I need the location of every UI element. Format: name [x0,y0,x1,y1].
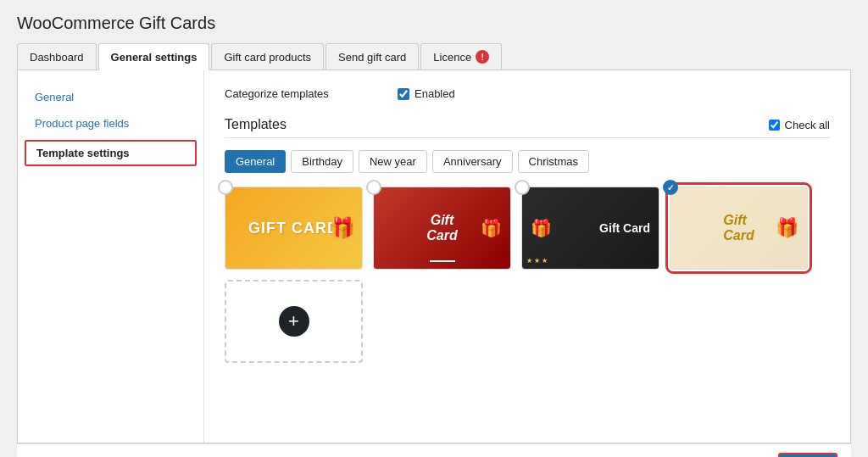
card-3-label: Gift Card [599,221,650,235]
card-2-label-2: Card [426,228,457,243]
templates-grid: GIFT CARD 🎁 Gift Card 🎁 [225,187,830,363]
template-card-wrap-3: 🎁 Gift Card ★ ★ ★ [521,187,659,270]
radio-dot-4[interactable] [663,180,678,195]
templates-section-title: Templates [225,117,287,132]
categorize-templates-row: Categorize templates Enabled [225,87,830,100]
tab-general-settings[interactable]: General settings [98,43,210,70]
add-template-button[interactable]: + [225,280,363,363]
tab-send-gift-card[interactable]: Send gift card [326,43,419,70]
tab-licence[interactable]: Licence ! [420,43,502,70]
save-button[interactable]: Save [778,453,837,457]
template-card-add-wrap: + [225,280,363,363]
card-4-label: GiftCard [723,213,754,243]
template-card-4[interactable]: GiftCard 🎁 [670,187,808,270]
main-panel: Categorize templates Enabled Templates C… [204,70,850,443]
card-2-label: Gift [431,213,454,228]
filter-general[interactable]: General [225,150,286,173]
sidebar-item-template-settings[interactable]: Template settings [25,140,197,166]
licence-badge: ! [476,50,489,64]
categorize-templates-checkbox-group: Enabled [398,87,455,100]
radio-dot-1[interactable] [218,180,233,195]
tab-dashboard[interactable]: Dashboard [17,43,97,70]
content-area: General Product page fields Template set… [17,70,851,443]
card-3-gift-icon: 🎁 [531,218,552,238]
categorize-templates-checkbox[interactable] [398,88,409,100]
tab-navigation: Dashboard General settings Gift card pro… [17,43,851,70]
radio-dot-3[interactable] [515,180,530,195]
card-2-gift-icon: 🎁 [481,218,502,238]
card-4-gift-icon: 🎁 [776,217,798,239]
templates-section-header: Templates Check all [225,117,830,138]
categorize-templates-label: Categorize templates [225,87,377,100]
card-1-gift-icon: 🎁 [330,216,355,240]
sidebar-item-general[interactable]: General [18,84,203,110]
filter-new-year[interactable]: New year [359,150,427,173]
check-all-group: Check all [769,119,830,131]
filter-anniversary[interactable]: Anniversary [432,150,513,173]
enabled-label: Enabled [415,87,455,100]
template-card-2[interactable]: Gift Card 🎁 [373,187,511,270]
check-all-label: Check all [785,119,830,131]
template-card-wrap-4: GiftCard 🎁 [670,187,808,270]
category-filters: General Birthday New year Anniversary Ch… [225,150,830,173]
tab-gift-card-products[interactable]: Gift card products [211,43,324,70]
bottom-bar: Save [17,443,851,457]
sidebar: General Product page fields Template set… [18,70,204,443]
card-1-label: GIFT CARD [248,220,339,237]
template-card-3[interactable]: 🎁 Gift Card ★ ★ ★ [521,187,659,270]
page-title: WooCommerce Gift Cards [17,14,851,33]
template-card-1[interactable]: GIFT CARD 🎁 [225,187,363,270]
filter-birthday[interactable]: Birthday [291,150,353,173]
radio-dot-2[interactable] [366,180,381,195]
filter-christmas[interactable]: Christmas [518,150,590,173]
sidebar-item-product-page-fields[interactable]: Product page fields [18,110,203,137]
template-card-wrap-1: GIFT CARD 🎁 [225,187,363,270]
card-3-stars: ★ ★ ★ [526,257,548,265]
check-all-checkbox[interactable] [769,120,780,131]
template-card-wrap-2: Gift Card 🎁 [373,187,511,270]
add-icon: + [279,306,309,337]
